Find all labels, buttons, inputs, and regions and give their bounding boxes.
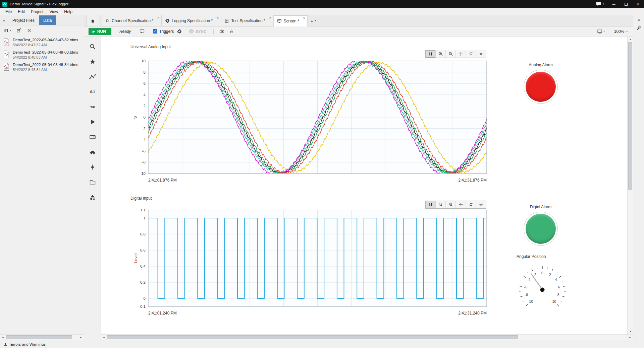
minimize-button[interactable]: ─ xyxy=(608,0,620,8)
close-tab-icon[interactable]: × xyxy=(157,16,159,20)
menu-item-edit[interactable]: Edit xyxy=(15,8,28,15)
run-button[interactable]: ▶RUN xyxy=(89,28,111,35)
analog-pause-button[interactable] xyxy=(426,50,436,58)
palette-numeric-button[interactable]: 0.1 xyxy=(87,86,98,97)
analog-pan-button[interactable] xyxy=(456,50,466,58)
triggers-checkbox[interactable]: ✓Triggers xyxy=(153,29,174,34)
errors-warnings-icon[interactable] xyxy=(3,342,8,346)
menu-item-view[interactable]: View xyxy=(46,8,61,15)
analog-reset-zoom-button[interactable] xyxy=(466,50,476,58)
palette-search-button[interactable] xyxy=(87,41,98,52)
svg-text:1: 1 xyxy=(144,216,146,220)
zoom-level: 100% xyxy=(614,29,625,34)
pause-icon xyxy=(428,202,433,207)
menu-item-help[interactable]: Help xyxy=(61,8,75,15)
wrench-icon[interactable] xyxy=(636,25,642,31)
digital-alarm-widget[interactable]: Digtal Alarm xyxy=(521,205,561,246)
universal-analog-input-graph[interactable]: 1086420-2-4-6-8-10V2:41:01.876 PM2:41:31… xyxy=(133,47,495,188)
angular-position-gauge[interactable]: -10-8-6-4-20246810 xyxy=(512,259,573,319)
main-horizontal-scrollbar[interactable]: ◄ ► xyxy=(101,334,633,340)
comment-icon[interactable] xyxy=(139,28,145,34)
sort-filter-icon[interactable] xyxy=(4,28,9,33)
palette-star-button[interactable] xyxy=(87,56,98,67)
close-tab-icon[interactable]: × xyxy=(217,16,219,20)
edit-icon[interactable] xyxy=(16,28,22,33)
tab-logging-specification[interactable]: Logging Specification *× xyxy=(162,15,221,26)
scroll-track[interactable] xyxy=(107,335,627,340)
digital-pan-button[interactable] xyxy=(456,201,466,208)
analog-alarm-widget[interactable]: Analog Alarm xyxy=(521,63,561,104)
tab-screen[interactable]: Screen *× xyxy=(274,15,308,26)
digital-zoom-box-button[interactable] xyxy=(446,201,456,208)
data-file-item[interactable]: DemoTest_2022-05-04-08-47-32.tdms5/4/202… xyxy=(0,36,84,49)
scroll-right-icon[interactable]: ► xyxy=(627,335,633,340)
digital-input-graph[interactable]: 1.110.80.60.40.20-0.1Level2:41:01.240 PM… xyxy=(133,198,495,325)
tab-channel-specification[interactable]: Channel Specification *× xyxy=(102,15,162,26)
scroll-up-icon[interactable]: ▲ xyxy=(628,37,633,42)
feedback-chat-icon[interactable]: ▾ xyxy=(592,0,608,8)
delete-icon[interactable] xyxy=(27,28,32,33)
lock-icon[interactable] xyxy=(229,29,234,34)
vertical-scrollbar[interactable]: ▲ ▼ xyxy=(627,37,633,334)
digital-chart[interactable]: 1.110.80.60.40.20-0.1Level2:41:01.240 PM… xyxy=(133,198,495,325)
sidebar-horizontal-scrollbar[interactable]: ◄ ► xyxy=(0,334,84,340)
data-file-item[interactable]: DemoTest_2022-05-04-08-48-34.tdms5/4/202… xyxy=(0,61,84,73)
tab-home[interactable] xyxy=(86,15,99,26)
close-tab-icon[interactable]: × xyxy=(303,17,305,20)
angular-position-widget[interactable]: Angular Position -10-8-6-4-20246810 xyxy=(512,254,573,319)
scroll-track[interactable] xyxy=(628,42,633,329)
triggers-gear-icon[interactable] xyxy=(177,29,182,34)
add-screen-caret-icon[interactable]: ▾ xyxy=(315,19,316,22)
analog-tooltip-button[interactable] xyxy=(476,50,486,58)
tab-test-specification[interactable]: Test Specification *× xyxy=(221,15,273,26)
gauge[interactable]: -10-8-6-4-20246810 xyxy=(512,259,573,319)
palette-slider-button[interactable] xyxy=(87,161,98,172)
file-name: DemoTest_2022-05-04-08-48-03.tdms xyxy=(13,50,78,54)
palette-graph-button[interactable] xyxy=(87,71,98,82)
tab-data[interactable]: Data xyxy=(39,15,56,25)
maximize-button[interactable] xyxy=(620,0,632,8)
close-tab-icon[interactable]: × xyxy=(269,16,271,20)
tab-project-files[interactable]: Project Files xyxy=(8,15,39,25)
digital-pause-button[interactable] xyxy=(426,201,436,208)
scroll-left-icon[interactable]: ◄ xyxy=(0,335,6,340)
collapse-sidebar-button[interactable]: « xyxy=(0,15,8,25)
time-axis-end: 2:41:31.240 PM xyxy=(458,311,487,316)
scroll-thumb[interactable] xyxy=(107,335,518,339)
scroll-thumb[interactable] xyxy=(6,335,72,339)
sort-filter-caret-icon[interactable]: ▾ xyxy=(10,29,11,32)
y-axis-label: Level xyxy=(133,254,138,263)
analog-zoom-box-button[interactable] xyxy=(446,50,456,58)
palette-boolean-button[interactable]: T/F xyxy=(87,101,98,112)
errors-warnings-label[interactable]: Errors and Warnings xyxy=(10,342,46,346)
palette-shapes-button[interactable] xyxy=(87,192,98,203)
scroll-thumb[interactable] xyxy=(628,42,632,190)
scroll-track[interactable] xyxy=(6,335,78,340)
menu-item-project[interactable]: Project xyxy=(28,8,46,15)
data-file-item[interactable]: DemoTest_2022-05-04-08-48-03.tdms5/4/202… xyxy=(0,49,84,61)
palette-combobox-button[interactable] xyxy=(87,131,98,142)
palette-vehicle-button[interactable] xyxy=(87,146,98,157)
digital-zoom-out-button[interactable] xyxy=(436,201,446,208)
scroll-down-icon[interactable]: ▼ xyxy=(628,329,633,334)
menu-item-file[interactable]: File xyxy=(2,8,15,15)
add-screen-button[interactable]: +▾ xyxy=(308,15,319,26)
scroll-right-icon[interactable]: ► xyxy=(78,335,84,340)
screen-layout-icon[interactable]: ▾ xyxy=(597,29,605,34)
zoom-caret-icon[interactable]: ▾ xyxy=(626,30,628,33)
scroll-left-icon[interactable]: ◄ xyxy=(101,335,107,340)
digital-reset-zoom-button[interactable] xyxy=(466,201,476,208)
analog-chart[interactable]: 1086420-2-4-6-8-10V2:41:01.876 PM2:41:31… xyxy=(133,47,495,188)
palette-play-button[interactable] xyxy=(87,116,98,127)
expand-right-panel-button[interactable]: « xyxy=(637,17,640,22)
zoom-control[interactable]: 100%▾ xyxy=(614,29,628,34)
close-button[interactable]: × xyxy=(632,0,644,8)
graph-icon xyxy=(89,73,96,80)
checkbox-check-icon[interactable]: ✓ xyxy=(153,29,157,33)
screenshot-icon[interactable] xyxy=(219,28,225,34)
zoom-box-icon xyxy=(448,202,453,207)
palette-container-button[interactable] xyxy=(87,177,98,188)
sync-label: SYNC xyxy=(196,29,207,33)
digital-tooltip-button[interactable] xyxy=(476,201,486,208)
analog-zoom-out-button[interactable] xyxy=(436,50,446,58)
